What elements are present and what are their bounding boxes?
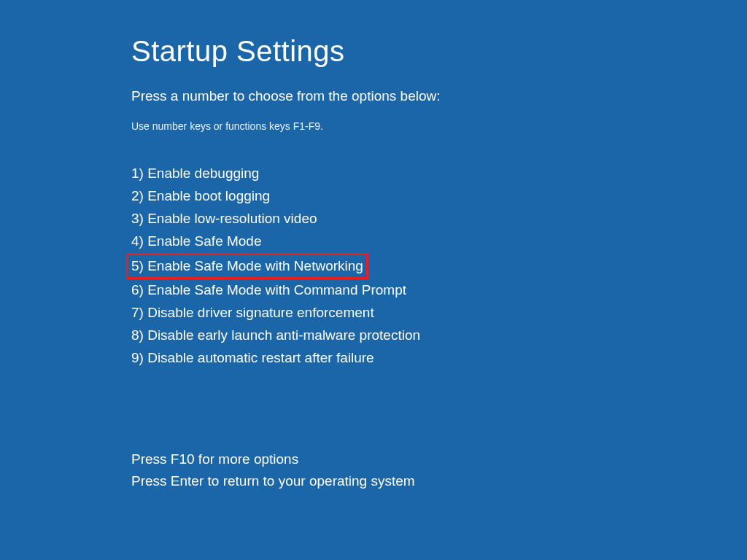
option-enable-low-resolution-video[interactable]: 3) Enable low-resolution video [131,208,747,230]
option-enable-safe-mode[interactable]: 4) Enable Safe Mode [131,230,747,253]
option-enable-safe-mode-with-command-prompt[interactable]: 6) Enable Safe Mode with Command Prompt [131,279,747,302]
option-enable-boot-logging[interactable]: 2) Enable boot logging [131,185,747,208]
more-options-hint: Press F10 for more options [131,448,747,470]
return-os-hint: Press Enter to return to your operating … [131,470,747,492]
options-list: 1) Enable debugging 2) Enable boot loggi… [131,163,747,370]
option-enable-safe-mode-with-networking[interactable]: 5) Enable Safe Mode with Networking [131,253,747,279]
instruction-text: Press a number to choose from the option… [131,88,747,104]
option-disable-automatic-restart[interactable]: 9) Disable automatic restart after failu… [131,347,747,370]
option-disable-early-launch-anti-malware[interactable]: 8) Disable early launch anti-malware pro… [131,324,747,347]
option-enable-debugging[interactable]: 1) Enable debugging [131,163,747,185]
option-disable-driver-signature-enforcement[interactable]: 7) Disable driver signature enforcement [131,302,747,324]
hint-text: Use number keys or functions keys F1-F9. [131,120,747,132]
startup-settings-screen: Startup Settings Press a number to choos… [0,0,747,492]
page-title: Startup Settings [131,35,747,68]
